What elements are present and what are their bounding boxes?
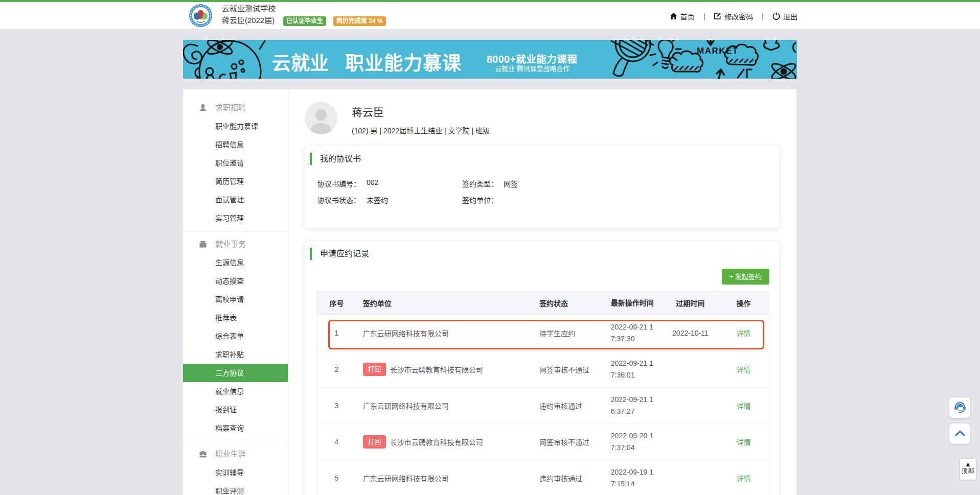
svg-text:MARKET: MARKET <box>697 46 739 56</box>
